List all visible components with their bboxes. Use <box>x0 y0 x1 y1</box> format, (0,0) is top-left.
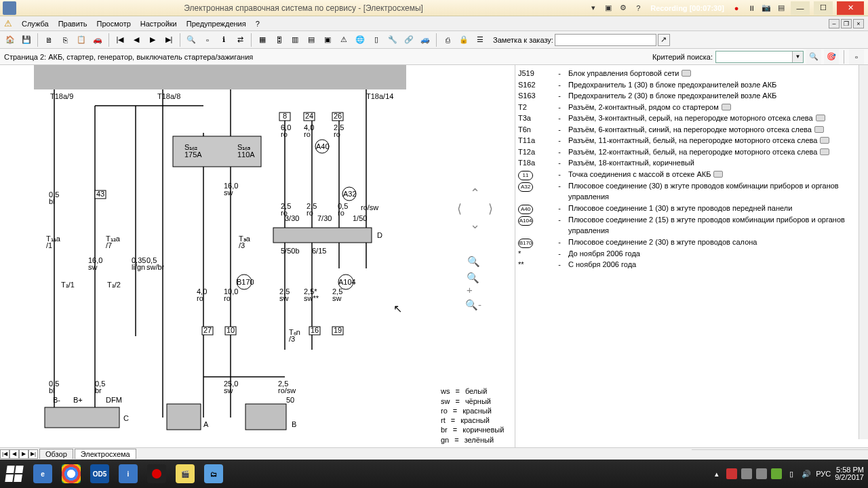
menu-settings[interactable]: Настройки <box>140 20 177 28</box>
menu-help[interactable]: ? <box>256 20 260 28</box>
tb-lock-icon[interactable]: 🔒 <box>456 33 471 47</box>
camera-icon[interactable] <box>820 148 829 155</box>
menu-edit[interactable]: Править <box>58 20 87 28</box>
tray-network-icon[interactable]: ▯ <box>786 468 797 479</box>
tab-schematic[interactable]: Электросхема <box>75 449 136 459</box>
tb-link-icon[interactable]: 🔗 <box>401 33 416 47</box>
search-locate-icon[interactable]: 🎯 <box>824 49 839 64</box>
window-maximize-button[interactable]: ☐ <box>814 1 833 15</box>
menu-warnings[interactable]: Предупреждения <box>186 20 246 28</box>
tab-nav-first-icon[interactable]: |◀ <box>0 449 9 459</box>
tray-app2-icon[interactable] <box>741 468 752 479</box>
capture-icon[interactable]: ▣ <box>603 3 614 14</box>
window-minimize-button[interactable]: — <box>791 1 810 15</box>
camera-icon[interactable] <box>816 115 825 121</box>
search-find-icon[interactable]: 🔍 <box>806 49 821 64</box>
nav-up-icon[interactable]: ⌃ <box>469 187 481 199</box>
tb-fit-icon[interactable]: ▫ <box>200 33 215 47</box>
tb-warn-icon[interactable]: ⚠ <box>336 33 351 47</box>
mdi-close-button[interactable]: × <box>853 19 864 28</box>
task-ie-icon[interactable]: e <box>29 460 56 487</box>
tb-list-icon[interactable]: ☰ <box>473 33 488 47</box>
legend-row: T2-Разъём, 2-контактный, рядом со старте… <box>518 102 864 113</box>
window-close-button[interactable]: ✕ <box>837 1 864 15</box>
tray-clock[interactable]: 5:58 PM 9/2/2017 <box>835 466 864 481</box>
tab-nav-last-icon[interactable]: ▶| <box>28 449 38 459</box>
tb-last-icon[interactable]: ▶| <box>161 33 176 47</box>
tb-block-icon[interactable]: ▣ <box>320 33 335 47</box>
tb-tree-icon[interactable]: ▯ <box>369 33 384 47</box>
note-launch-button[interactable]: ↗ <box>658 34 670 46</box>
wiring-diagram-viewport[interactable]: S₁₆₂ 175A S₁₆₃ 110A D C A B A40 A32 B170… <box>0 65 515 449</box>
tb-doc-icon[interactable]: 🗎 <box>41 33 56 47</box>
task-odis-icon[interactable]: OD5 <box>86 460 113 487</box>
tb-equalizer-icon[interactable]: 🎛 <box>271 33 286 47</box>
tray-lang[interactable]: РУС <box>816 470 831 478</box>
tb-paste-icon[interactable]: 📋 <box>74 33 89 47</box>
start-button[interactable] <box>0 460 28 488</box>
camera-icon[interactable] <box>814 126 824 133</box>
help-icon[interactable]: ? <box>633 3 644 14</box>
tray-chevron-icon[interactable]: ▾ <box>588 3 599 14</box>
menu-view[interactable]: Просмотр <box>97 20 131 28</box>
folder-icon[interactable]: ▤ <box>776 3 787 14</box>
tray-app3-icon[interactable] <box>756 468 767 479</box>
svg-text:/3: /3 <box>289 335 295 343</box>
chevron-down-icon[interactable]: ▼ <box>792 52 803 62</box>
zoom-in-icon[interactable]: 🔍+ <box>467 277 480 290</box>
record-circle-icon[interactable]: ● <box>731 3 742 14</box>
task-info-icon[interactable]: i <box>115 460 142 487</box>
note-input[interactable] <box>555 34 656 46</box>
tb-module-icon[interactable]: ▥ <box>288 33 302 47</box>
tb-snap-icon[interactable]: ⎙ <box>440 33 455 47</box>
mdi-minimize-button[interactable]: – <box>829 19 840 28</box>
nav-right-icon[interactable]: ⟩ <box>484 203 496 215</box>
wire-color-legend: ws=белый sw=чёрный ro=красный rt=красный… <box>441 386 504 445</box>
tb-zoom-icon[interactable]: 🔍 <box>184 33 199 47</box>
tray-sound-icon[interactable]: 🔊 <box>801 468 812 479</box>
task-record-icon[interactable] <box>143 460 170 487</box>
camera-icon[interactable] <box>722 104 731 110</box>
tb-copy-icon[interactable]: ⎘ <box>58 33 73 47</box>
pause-icon[interactable]: ⏸ <box>746 3 757 14</box>
tb-next-icon[interactable]: ▶ <box>145 33 160 47</box>
tray-app1-icon[interactable] <box>726 468 737 479</box>
nav-left-icon[interactable]: ⟨ <box>453 203 465 215</box>
tab-nav-next-icon[interactable]: ▶ <box>19 449 28 459</box>
tb-save-icon[interactable]: 💾 <box>19 33 34 47</box>
zoom-100-icon[interactable]: 🔍 <box>467 255 480 268</box>
task-chrome-icon[interactable] <box>58 460 85 487</box>
tb-board-icon[interactable]: ▤ <box>304 33 319 47</box>
camera-icon[interactable] <box>820 137 829 144</box>
tb-first-icon[interactable]: |◀ <box>113 33 127 47</box>
settings-icon[interactable]: ⚙ <box>618 3 629 14</box>
tb-info-icon[interactable]: ℹ <box>216 33 231 47</box>
recording-indicator[interactable]: Recording [00:07:30] <box>648 3 727 13</box>
scrollbar-vertical[interactable] <box>859 65 868 439</box>
camera-icon[interactable] <box>682 70 691 77</box>
mdi-restore-button[interactable]: ❐ <box>841 19 852 28</box>
camera-icon[interactable]: 📷 <box>761 3 772 14</box>
tb-prev-icon[interactable]: ◀ <box>129 33 144 47</box>
task-movie-icon[interactable]: 🎬 <box>172 460 199 487</box>
camera-icon[interactable] <box>713 171 723 178</box>
tb-home-icon[interactable]: 🏠 <box>3 33 18 47</box>
tb-globe-icon[interactable]: 🌐 <box>353 33 368 47</box>
tb-wrench-icon[interactable]: 🔧 <box>385 33 400 47</box>
nav-down-icon[interactable]: ⌄ <box>469 218 481 230</box>
tray-app4-icon[interactable] <box>771 468 782 479</box>
tray-up-icon[interactable]: ▴ <box>711 468 722 479</box>
tb-chip-icon[interactable]: ▦ <box>255 33 270 47</box>
tab-nav-prev-icon[interactable]: ◀ <box>9 449 19 459</box>
search-opt-icon[interactable]: ▫ <box>849 49 864 64</box>
search-combo[interactable]: ▼ <box>715 51 804 63</box>
tb-car-icon[interactable]: 🚗 <box>90 33 105 47</box>
menu-service[interactable]: Служба <box>22 20 49 28</box>
legend-row: A40-Плюсовое соединение 1 (30) в жгуте п… <box>518 203 864 214</box>
tab-overview[interactable]: Обзор <box>39 449 73 459</box>
tb-car2-icon[interactable]: 🚙 <box>418 33 433 47</box>
tb-swap-icon[interactable]: ⇄ <box>233 33 248 47</box>
task-explorer-icon[interactable]: 🗂 <box>200 460 227 487</box>
scrollbar-horizontal[interactable] <box>692 449 868 459</box>
zoom-out-icon[interactable]: 🔍- <box>467 298 480 312</box>
